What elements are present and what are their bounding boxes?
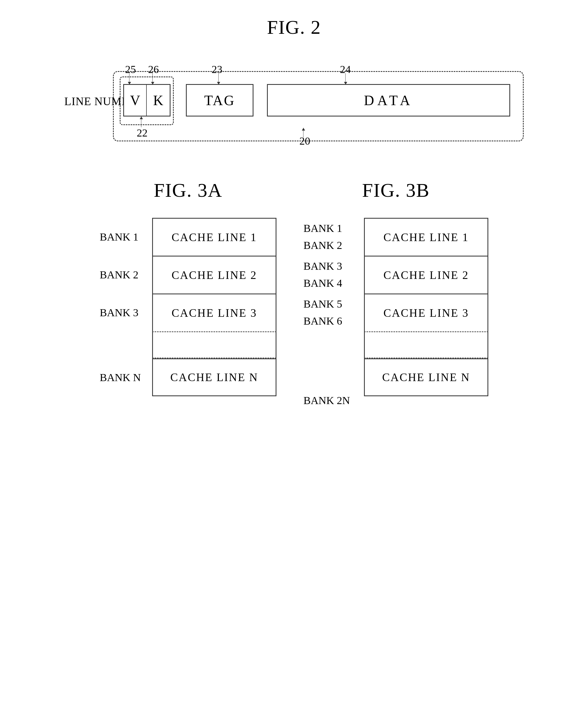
arrow-20 — [303, 128, 303, 138]
fig3b-bank56-label: BANK 5 BANK 6 — [303, 293, 357, 331]
fig3a-bank-labels: BANK 1 BANK 2 BANK 3 BANK N — [100, 218, 146, 396]
fig3a-dashed-gap — [152, 331, 276, 358]
fig3b-gap-spacer — [303, 331, 357, 358]
fig3a-row-2: CACHE LINE 2 — [152, 256, 276, 293]
label-22: 22 — [137, 126, 148, 139]
fig3b-row-n: CACHE LINE N — [364, 358, 488, 396]
fig3a-row-n: CACHE LINE N — [152, 358, 276, 396]
fig3b-bank-labels: BANK 1 BANK 2 BANK 3 BANK 4 BANK 5 BANK … — [303, 218, 357, 404]
fig2-title: FIG. 2 — [22, 16, 566, 39]
fig2-container: LINE NUMBER V K TAG DATA 25 26 23 24 22 … — [22, 55, 566, 147]
label-26: 26 — [148, 63, 159, 76]
fig3a-bank3-label: BANK 3 — [100, 293, 146, 331]
fig3a-bank1-label: BANK 1 — [100, 218, 146, 256]
fig3b-bank12-label: BANK 1 BANK 2 — [303, 218, 357, 256]
fig3b-dashed-gap — [364, 331, 488, 358]
k-box: K — [147, 84, 170, 117]
arrow-22 — [141, 117, 141, 127]
fig3b-diagram: BANK 1 BANK 2 BANK 3 BANK 4 BANK 5 BANK … — [303, 218, 488, 404]
fig3b-row-1: CACHE LINE 1 — [364, 218, 488, 256]
label-23: 23 — [212, 63, 223, 76]
tag-box: TAG — [186, 84, 253, 117]
fig3b-row-2: CACHE LINE 2 — [364, 256, 488, 293]
data-box: DATA — [267, 84, 510, 117]
fig2-diagram: LINE NUMBER V K TAG DATA 25 26 23 24 22 … — [64, 55, 524, 147]
fig3-section: FIG. 3A BANK 1 BANK 2 BANK 3 — [22, 179, 566, 404]
fig3a-title: FIG. 3A — [154, 179, 223, 202]
fig3a-table: CACHE LINE 1 CACHE LINE 2 CACHE LINE 3 C… — [152, 218, 276, 396]
fig3a-area: FIG. 3A BANK 1 BANK 2 BANK 3 — [100, 179, 276, 404]
fig3b-bank2n-label: BANK 2N — [303, 396, 357, 404]
fig3a-bankn-label: BANK N — [100, 358, 146, 396]
fig3b-bankn-label — [303, 358, 357, 396]
fig3b-title: FIG. 3B — [362, 179, 429, 202]
label-20: 20 — [299, 135, 310, 147]
arrow-26 — [152, 73, 153, 85]
fig3b-row-3: CACHE LINE 3 — [364, 293, 488, 331]
fig3b-area: FIG. 3B BANK 1 BANK 2 BANK 3 BANK 4 — [303, 179, 488, 404]
fig3a-row-1: CACHE LINE 1 — [152, 218, 276, 256]
arrow-25 — [129, 73, 129, 85]
fig3b-bank34-label: BANK 3 BANK 4 — [303, 256, 357, 293]
fig3a-row-3: CACHE LINE 3 — [152, 293, 276, 331]
label-25: 25 — [125, 63, 136, 76]
fig3a-bank2-label: BANK 2 — [100, 256, 146, 293]
v-box: V — [123, 84, 147, 117]
fig3b-table: CACHE LINE 1 CACHE LINE 2 CACHE LINE 3 C… — [364, 218, 488, 396]
fig3a-gap-spacer — [100, 331, 146, 358]
fig3a-diagram: BANK 1 BANK 2 BANK 3 BANK N — [100, 218, 276, 396]
